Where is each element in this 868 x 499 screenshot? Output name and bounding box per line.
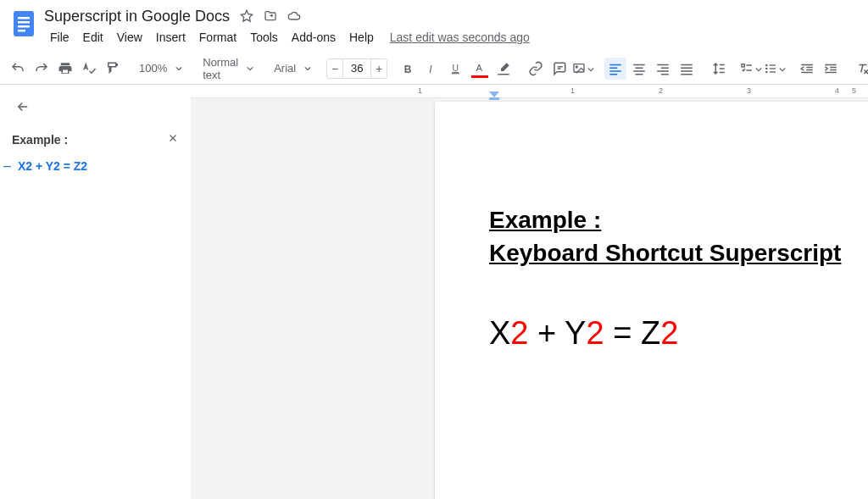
menu-file[interactable]: File bbox=[44, 29, 75, 46]
outline-marker: – bbox=[3, 158, 11, 174]
document-page[interactable]: Example : Keyboard Shortcut Superscript … bbox=[435, 102, 868, 499]
font-size-value[interactable]: 36 bbox=[343, 58, 370, 79]
svg-point-14 bbox=[765, 67, 768, 69]
svg-point-13 bbox=[765, 64, 768, 66]
bulleted-list-button[interactable] bbox=[764, 58, 786, 80]
equation-text[interactable]: X2 + Y2 = Z2 bbox=[489, 315, 868, 352]
workspace: Example : – X2 + Y2 = Z2 1 1 2 3 4 5 bbox=[0, 85, 868, 499]
caret-down-icon bbox=[755, 61, 762, 76]
font-size-increase-button[interactable]: + bbox=[370, 58, 387, 79]
document-area: 1 1 2 3 4 5 1 2 3 4 Example : Keyboard S… bbox=[191, 85, 868, 499]
caret-down-icon bbox=[587, 61, 594, 76]
outline-panel: Example : – X2 + Y2 = Z2 bbox=[0, 85, 191, 499]
star-icon[interactable] bbox=[240, 9, 253, 23]
outline-close-button[interactable] bbox=[167, 132, 179, 147]
decrease-indent-button[interactable] bbox=[796, 58, 818, 80]
spellcheck-button[interactable] bbox=[78, 58, 100, 80]
outline-item[interactable]: X2 + Y2 = Z2 bbox=[18, 159, 87, 173]
ruler-tick: 3 bbox=[747, 86, 751, 95]
menu-view[interactable]: View bbox=[111, 29, 148, 46]
highlight-color-button[interactable] bbox=[492, 58, 515, 80]
svg-rect-3 bbox=[18, 25, 30, 28]
ruler-tick: 5 bbox=[852, 86, 856, 95]
svg-rect-18 bbox=[770, 71, 776, 72]
cloud-status-icon[interactable] bbox=[287, 9, 301, 23]
paragraph-style-dropdown[interactable]: Normal text bbox=[198, 58, 259, 80]
svg-text:B: B bbox=[404, 63, 412, 75]
increase-indent-button[interactable] bbox=[820, 58, 842, 80]
text-color-swatch bbox=[471, 75, 488, 78]
paragraph-style-value: Normal text bbox=[203, 56, 238, 81]
print-button[interactable] bbox=[54, 58, 76, 80]
svg-rect-4 bbox=[18, 30, 25, 32]
svg-rect-17 bbox=[770, 68, 776, 69]
caret-down-icon bbox=[247, 62, 253, 75]
font-family-dropdown[interactable]: Arial bbox=[269, 58, 316, 80]
insert-image-button[interactable] bbox=[572, 58, 594, 80]
ruler-tick: 1 bbox=[418, 86, 422, 95]
toolbar: 100% Normal text Arial − 36 + B I U A bbox=[0, 53, 868, 85]
align-justify-button[interactable] bbox=[676, 58, 698, 80]
page-heading-1[interactable]: Example : bbox=[489, 203, 868, 236]
page-heading-2[interactable]: Keyboard Shortcut Superscript bbox=[489, 236, 868, 269]
docs-logo-icon[interactable] bbox=[8, 8, 39, 39]
menu-tools[interactable]: Tools bbox=[244, 29, 284, 46]
menu-edit[interactable]: Edit bbox=[77, 29, 109, 46]
align-right-button[interactable] bbox=[652, 58, 674, 80]
bold-button[interactable]: B bbox=[398, 58, 420, 80]
ruler-tick: 2 bbox=[659, 86, 663, 95]
titlebar: Superscript in Google Docs File Edit Vie… bbox=[0, 0, 868, 47]
move-folder-icon[interactable] bbox=[264, 9, 277, 23]
underline-button[interactable]: U bbox=[445, 58, 467, 80]
outline-heading: Example : bbox=[12, 133, 68, 147]
svg-rect-8 bbox=[452, 73, 459, 74]
paint-format-button[interactable] bbox=[102, 58, 124, 80]
indent-marker-icon[interactable] bbox=[489, 91, 499, 100]
horizontal-ruler[interactable]: 1 1 2 3 4 5 bbox=[191, 85, 868, 98]
clear-formatting-button[interactable] bbox=[852, 58, 868, 80]
document-title[interactable]: Superscript in Google Docs bbox=[44, 8, 230, 25]
undo-button[interactable] bbox=[7, 58, 29, 80]
redo-button[interactable] bbox=[31, 58, 53, 80]
caret-down-icon bbox=[779, 61, 786, 76]
svg-rect-19 bbox=[489, 97, 499, 100]
checklist-button[interactable] bbox=[740, 58, 762, 80]
align-center-button[interactable] bbox=[628, 58, 650, 80]
svg-rect-1 bbox=[18, 17, 30, 19]
insert-link-button[interactable] bbox=[525, 58, 547, 80]
menu-insert[interactable]: Insert bbox=[150, 29, 192, 46]
zoom-dropdown[interactable]: 100% bbox=[134, 58, 187, 80]
caret-down-icon bbox=[304, 62, 311, 75]
svg-rect-2 bbox=[18, 21, 30, 24]
outline-back-button[interactable] bbox=[12, 97, 34, 117]
vertical-ruler bbox=[0, 85, 3, 499]
text-color-button[interactable]: A bbox=[469, 58, 491, 80]
menu-help[interactable]: Help bbox=[343, 29, 380, 46]
line-spacing-button[interactable] bbox=[708, 58, 730, 80]
svg-text:U: U bbox=[453, 63, 459, 73]
last-edit-status[interactable]: Last edit was seconds ago bbox=[390, 30, 530, 44]
zoom-value: 100% bbox=[139, 62, 167, 75]
menu-format[interactable]: Format bbox=[193, 29, 242, 46]
ruler-tick: 1 bbox=[570, 86, 575, 95]
insert-comment-button[interactable] bbox=[548, 58, 570, 80]
svg-text:I: I bbox=[429, 63, 432, 75]
svg-rect-16 bbox=[770, 64, 776, 65]
italic-button[interactable]: I bbox=[421, 58, 443, 80]
svg-rect-12 bbox=[742, 64, 744, 66]
menubar: File Edit View Insert Format Tools Add-o… bbox=[44, 27, 530, 47]
outline-item-row: – X2 + Y2 = Z2 bbox=[12, 158, 179, 174]
svg-point-15 bbox=[765, 70, 768, 73]
font-size-control: − 36 + bbox=[326, 58, 387, 79]
font-family-value: Arial bbox=[274, 62, 296, 75]
font-size-decrease-button[interactable]: − bbox=[326, 58, 343, 79]
menu-addons[interactable]: Add-ons bbox=[286, 29, 342, 46]
caret-down-icon bbox=[175, 62, 182, 75]
ruler-tick: 4 bbox=[835, 86, 839, 95]
svg-point-11 bbox=[576, 66, 578, 68]
svg-text:A: A bbox=[476, 63, 483, 73]
align-left-button[interactable] bbox=[604, 58, 626, 80]
svg-rect-0 bbox=[14, 11, 34, 36]
